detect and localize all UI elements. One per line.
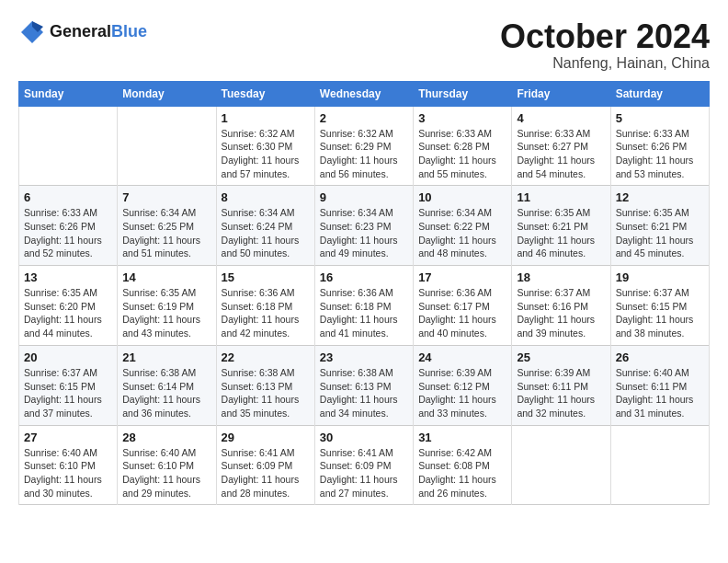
day-info: Sunrise: 6:34 AMSunset: 6:23 PMDaylight:… (320, 206, 408, 260)
calendar-cell: 22Sunrise: 6:38 AMSunset: 6:13 PMDayligh… (216, 345, 314, 425)
day-number: 10 (418, 190, 506, 204)
col-friday: Friday (512, 81, 610, 106)
day-number: 13 (24, 270, 112, 284)
calendar-cell: 2Sunrise: 6:32 AMSunset: 6:29 PMDaylight… (314, 106, 413, 186)
calendar-cell: 11Sunrise: 6:35 AMSunset: 6:21 PMDayligh… (512, 186, 610, 266)
day-info: Sunrise: 6:36 AMSunset: 6:17 PMDaylight:… (418, 286, 506, 340)
day-info: Sunrise: 6:39 AMSunset: 6:11 PMDaylight:… (517, 366, 605, 420)
calendar-cell: 28Sunrise: 6:40 AMSunset: 6:10 PMDayligh… (118, 425, 216, 505)
month-title: October 2024 (500, 18, 710, 55)
calendar-cell: 6Sunrise: 6:33 AMSunset: 6:26 PMDaylight… (19, 186, 118, 266)
day-info: Sunrise: 6:32 AMSunset: 6:29 PMDaylight:… (320, 127, 408, 181)
day-info: Sunrise: 6:42 AMSunset: 6:08 PMDaylight:… (418, 446, 506, 500)
location: Nanfeng, Hainan, China (500, 55, 710, 72)
col-monday: Monday (118, 81, 216, 106)
calendar-cell: 15Sunrise: 6:36 AMSunset: 6:18 PMDayligh… (216, 266, 314, 346)
day-number: 25 (517, 350, 605, 364)
day-info: Sunrise: 6:36 AMSunset: 6:18 PMDaylight:… (320, 286, 408, 340)
logo: GeneralBlue (18, 18, 147, 46)
day-info: Sunrise: 6:35 AMSunset: 6:21 PMDaylight:… (517, 206, 605, 260)
day-number: 15 (222, 270, 310, 284)
day-number: 16 (320, 270, 408, 284)
calendar-cell: 27Sunrise: 6:40 AMSunset: 6:10 PMDayligh… (19, 425, 118, 505)
calendar-cell: 21Sunrise: 6:38 AMSunset: 6:14 PMDayligh… (118, 345, 216, 425)
calendar-cell: 12Sunrise: 6:35 AMSunset: 6:21 PMDayligh… (610, 186, 709, 266)
day-number: 7 (122, 190, 210, 204)
calendar-cell: 29Sunrise: 6:41 AMSunset: 6:09 PMDayligh… (216, 425, 314, 505)
calendar-week-3: 13Sunrise: 6:35 AMSunset: 6:20 PMDayligh… (19, 266, 710, 346)
day-number: 20 (24, 350, 112, 364)
day-number: 27 (24, 431, 112, 444)
day-info: Sunrise: 6:38 AMSunset: 6:13 PMDaylight:… (320, 366, 408, 420)
col-tuesday: Tuesday (216, 81, 314, 106)
col-thursday: Thursday (414, 81, 512, 106)
day-number: 1 (222, 111, 310, 125)
day-number: 23 (320, 350, 408, 364)
day-number: 11 (517, 190, 605, 204)
day-number: 12 (616, 190, 704, 204)
calendar-cell: 30Sunrise: 6:41 AMSunset: 6:09 PMDayligh… (314, 425, 413, 505)
calendar-cell: 17Sunrise: 6:36 AMSunset: 6:17 PMDayligh… (414, 266, 512, 346)
day-number: 5 (616, 111, 704, 125)
calendar-cell (118, 106, 216, 186)
page-header: GeneralBlue October 2024 Nanfeng, Hainan… (18, 18, 710, 72)
day-number: 30 (320, 431, 408, 444)
calendar-table: Sunday Monday Tuesday Wednesday Thursday… (18, 81, 710, 506)
calendar-cell: 4Sunrise: 6:33 AMSunset: 6:27 PMDaylight… (512, 106, 610, 186)
calendar-cell: 7Sunrise: 6:34 AMSunset: 6:25 PMDaylight… (118, 186, 216, 266)
day-info: Sunrise: 6:41 AMSunset: 6:09 PMDaylight:… (222, 446, 310, 500)
day-number: 17 (418, 270, 506, 284)
day-info: Sunrise: 6:34 AMSunset: 6:25 PMDaylight:… (122, 206, 210, 260)
day-number: 22 (222, 350, 310, 364)
calendar-cell: 31Sunrise: 6:42 AMSunset: 6:08 PMDayligh… (414, 425, 512, 505)
day-number: 9 (320, 190, 408, 204)
day-info: Sunrise: 6:34 AMSunset: 6:22 PMDaylight:… (418, 206, 506, 260)
day-number: 26 (616, 350, 704, 364)
day-number: 14 (122, 270, 210, 284)
day-number: 29 (222, 431, 310, 444)
day-info: Sunrise: 6:33 AMSunset: 6:26 PMDaylight:… (24, 206, 112, 260)
day-number: 28 (122, 431, 210, 444)
day-info: Sunrise: 6:36 AMSunset: 6:18 PMDaylight:… (222, 286, 310, 340)
day-info: Sunrise: 6:40 AMSunset: 6:10 PMDaylight:… (122, 446, 210, 500)
calendar-cell (610, 425, 709, 505)
calendar-cell: 14Sunrise: 6:35 AMSunset: 6:19 PMDayligh… (118, 266, 216, 346)
calendar-cell: 8Sunrise: 6:34 AMSunset: 6:24 PMDaylight… (216, 186, 314, 266)
day-info: Sunrise: 6:34 AMSunset: 6:24 PMDaylight:… (222, 206, 310, 260)
calendar-header-row: Sunday Monday Tuesday Wednesday Thursday… (19, 81, 710, 106)
col-sunday: Sunday (19, 81, 118, 106)
title-block: October 2024 Nanfeng, Hainan, China (500, 18, 710, 72)
calendar-cell: 10Sunrise: 6:34 AMSunset: 6:22 PMDayligh… (414, 186, 512, 266)
calendar-cell: 13Sunrise: 6:35 AMSunset: 6:20 PMDayligh… (19, 266, 118, 346)
day-info: Sunrise: 6:35 AMSunset: 6:19 PMDaylight:… (122, 286, 210, 340)
calendar-week-2: 6Sunrise: 6:33 AMSunset: 6:26 PMDaylight… (19, 186, 710, 266)
calendar-week-4: 20Sunrise: 6:37 AMSunset: 6:15 PMDayligh… (19, 345, 710, 425)
day-info: Sunrise: 6:35 AMSunset: 6:20 PMDaylight:… (24, 286, 112, 340)
day-info: Sunrise: 6:33 AMSunset: 6:26 PMDaylight:… (616, 127, 704, 181)
day-number: 21 (122, 350, 210, 364)
day-number: 31 (418, 431, 506, 444)
logo-text: GeneralBlue (50, 23, 147, 41)
calendar-cell (19, 106, 118, 186)
day-info: Sunrise: 6:33 AMSunset: 6:28 PMDaylight:… (418, 127, 506, 181)
day-info: Sunrise: 6:37 AMSunset: 6:15 PMDaylight:… (24, 366, 112, 420)
day-number: 24 (418, 350, 506, 364)
day-info: Sunrise: 6:37 AMSunset: 6:16 PMDaylight:… (517, 286, 605, 340)
calendar-cell: 9Sunrise: 6:34 AMSunset: 6:23 PMDaylight… (314, 186, 413, 266)
day-info: Sunrise: 6:40 AMSunset: 6:11 PMDaylight:… (616, 366, 704, 420)
calendar-cell: 26Sunrise: 6:40 AMSunset: 6:11 PMDayligh… (610, 345, 709, 425)
calendar-cell: 3Sunrise: 6:33 AMSunset: 6:28 PMDaylight… (414, 106, 512, 186)
day-number: 8 (222, 190, 310, 204)
calendar-cell: 5Sunrise: 6:33 AMSunset: 6:26 PMDaylight… (610, 106, 709, 186)
day-info: Sunrise: 6:33 AMSunset: 6:27 PMDaylight:… (517, 127, 605, 181)
day-info: Sunrise: 6:41 AMSunset: 6:09 PMDaylight:… (320, 446, 408, 500)
calendar-cell: 24Sunrise: 6:39 AMSunset: 6:12 PMDayligh… (414, 345, 512, 425)
day-info: Sunrise: 6:35 AMSunset: 6:21 PMDaylight:… (616, 206, 704, 260)
day-info: Sunrise: 6:32 AMSunset: 6:30 PMDaylight:… (222, 127, 310, 181)
day-info: Sunrise: 6:38 AMSunset: 6:13 PMDaylight:… (222, 366, 310, 420)
col-saturday: Saturday (610, 81, 709, 106)
calendar-cell: 19Sunrise: 6:37 AMSunset: 6:15 PMDayligh… (610, 266, 709, 346)
calendar-cell: 18Sunrise: 6:37 AMSunset: 6:16 PMDayligh… (512, 266, 610, 346)
calendar-cell (512, 425, 610, 505)
day-info: Sunrise: 6:38 AMSunset: 6:14 PMDaylight:… (122, 366, 210, 420)
